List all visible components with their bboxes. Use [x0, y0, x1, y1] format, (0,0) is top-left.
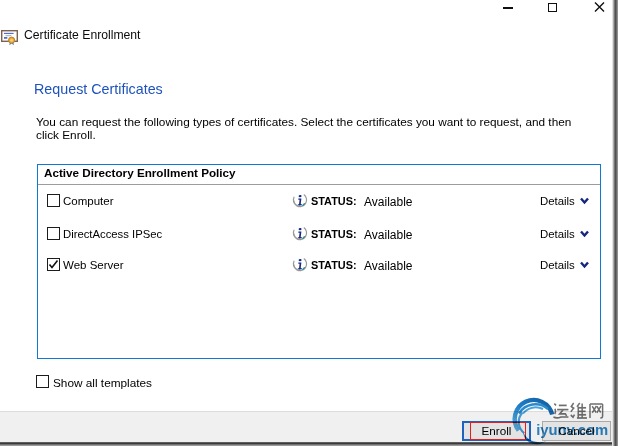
svg-text:iyunv.com: iyunv.com: [536, 422, 608, 438]
